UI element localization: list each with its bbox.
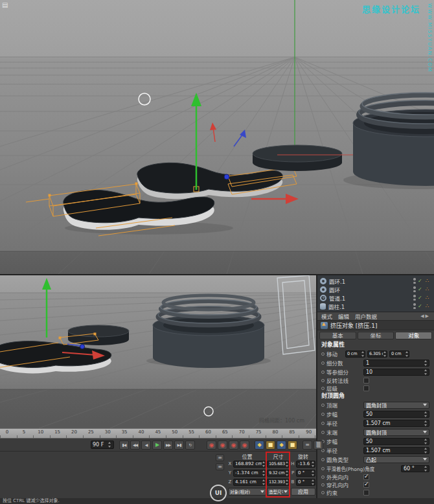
tab-object[interactable]: 对象 — [395, 332, 432, 339]
goto-end-button[interactable] — [174, 441, 184, 450]
coords-lock-icon[interactable]: ≡ — [216, 463, 224, 470]
move-x-field[interactable]: 0 cm — [345, 350, 365, 358]
goto-start-button[interactable] — [119, 441, 129, 450]
current-frame-field[interactable]: 90 F — [91, 441, 114, 449]
position-z-field[interactable]: 4.161 cm — [233, 479, 266, 486]
rotation-h-field[interactable]: -13.6 ° — [296, 461, 315, 468]
object-item-torus1[interactable]: 圆环.1 — [317, 277, 434, 285]
radius1-field[interactable]: 1.507 cm — [363, 420, 429, 427]
object-item-torus[interactable]: 圆环 — [317, 285, 434, 293]
visibility-dots-toggle[interactable] — [413, 278, 416, 284]
hull-inward-checkbox[interactable] — [363, 474, 369, 480]
keyframe-dot-icon[interactable] — [321, 422, 325, 425]
spinner-icon[interactable] — [361, 351, 364, 357]
spinner-icon[interactable] — [262, 479, 265, 485]
spinner-icon[interactable] — [424, 448, 428, 453]
position-mode-dropdown[interactable]: 对象(相对) — [228, 488, 266, 496]
record-scale-button[interactable] — [229, 441, 238, 450]
menu-user-data[interactable]: 用户数据 — [355, 312, 377, 320]
spinner-icon[interactable] — [424, 369, 428, 375]
cap-start-dropdown[interactable]: 圆角封顶 — [363, 402, 429, 409]
subdivision-field[interactable]: 1 — [363, 360, 429, 367]
spinner-icon[interactable] — [311, 461, 314, 467]
visibility-dots-toggle[interactable] — [413, 286, 416, 292]
play-button[interactable] — [152, 441, 162, 450]
keyframe-dot-icon[interactable] — [321, 491, 325, 494]
viewport-menu-icon[interactable] — [2, 1, 10, 9]
spinner-icon[interactable] — [424, 466, 428, 472]
coords-menu-icon[interactable]: ≡ — [216, 454, 224, 461]
spinner-icon[interactable] — [424, 439, 428, 444]
tab-basic[interactable]: 基本 — [319, 332, 356, 339]
points-tag-icon[interactable] — [426, 295, 431, 301]
object-item-cylinder[interactable]: 圆柱.1 — [317, 302, 434, 310]
prev-key-button[interactable] — [130, 441, 140, 450]
move-z-field[interactable]: 0 cm — [389, 350, 409, 358]
keyframe-dot-icon[interactable] — [321, 483, 325, 487]
spinner-icon[interactable] — [424, 411, 428, 417]
perspective-viewport-canvas[interactable] — [0, 0, 434, 274]
keyframe-dot-icon[interactable] — [321, 458, 325, 461]
points-tag-icon[interactable] — [426, 286, 431, 292]
record-position-button[interactable] — [218, 441, 227, 450]
apply-button[interactable]: 应用 — [291, 488, 315, 496]
visibility-dots-toggle[interactable] — [413, 295, 416, 301]
plane-wireframe-object[interactable] — [277, 275, 315, 354]
tab-coord[interactable]: 坐标 — [358, 332, 394, 339]
steps2-field[interactable]: 50 — [363, 438, 429, 445]
record-keyframe-button[interactable] — [207, 441, 216, 450]
enabled-check-icon[interactable] — [418, 278, 424, 284]
keyframe-scale-toggle[interactable] — [266, 441, 275, 450]
spinner-icon[interactable] — [262, 470, 265, 476]
autokey-toggle[interactable] — [288, 441, 297, 450]
points-tag-icon[interactable] — [426, 303, 431, 309]
visibility-dots-toggle[interactable] — [413, 303, 416, 309]
size-y-field[interactable]: 9.32 cm — [267, 470, 290, 477]
menu-mode[interactable]: 模式 — [321, 312, 332, 320]
spinner-icon[interactable] — [424, 420, 428, 426]
spinner-icon[interactable] — [285, 470, 288, 476]
menu-edit[interactable]: 编辑 — [338, 312, 349, 320]
keyframe-dot-icon[interactable] — [321, 387, 325, 390]
enabled-check-icon[interactable] — [418, 286, 424, 292]
position-y-field[interactable]: -1.374 cm — [233, 470, 266, 477]
rotation-p-field[interactable]: 0 ° — [296, 470, 315, 477]
size-z-field[interactable]: 132.393 cm — [267, 479, 290, 486]
loop-playback-button[interactable] — [185, 441, 195, 450]
playback-mode-button[interactable] — [303, 441, 312, 450]
iso-subdivision-field[interactable]: 10 — [363, 369, 429, 376]
secondary-viewport-canvas[interactable] — [0, 275, 316, 428]
points-tag-icon[interactable] — [426, 278, 431, 284]
perspective-viewport[interactable]: 思缘设计论坛 WWW.MISSYUAN.COM — [0, 0, 434, 274]
rotation-b-field[interactable]: 0 ° — [296, 479, 315, 486]
hierarchical-checkbox[interactable] — [363, 385, 369, 391]
prev-frame-button[interactable] — [141, 441, 151, 450]
keyframe-rotation-toggle[interactable] — [277, 441, 286, 450]
secondary-viewport[interactable]: 网格间距：100 cm — [0, 275, 316, 428]
flip-normals-checkbox[interactable] — [363, 378, 369, 384]
steps1-field[interactable]: 50 — [363, 411, 429, 418]
spinner-icon[interactable] — [424, 360, 428, 366]
keyframe-dot-icon[interactable] — [321, 467, 325, 470]
playback-options-button[interactable] — [314, 441, 323, 450]
record-rotation-button[interactable] — [240, 441, 249, 450]
spinner-icon[interactable] — [311, 479, 314, 485]
pot-object[interactable] — [153, 295, 264, 368]
keyframe-dot-icon[interactable] — [321, 431, 325, 434]
fillet-type-dropdown[interactable]: 凸起 — [363, 456, 429, 463]
spinner-icon[interactable] — [262, 461, 265, 467]
keyframe-dot-icon[interactable] — [321, 361, 325, 365]
keyframe-position-toggle[interactable] — [255, 441, 264, 450]
constrain-checkbox[interactable] — [363, 490, 369, 496]
enabled-check-icon[interactable] — [418, 303, 424, 309]
keyframe-dot-icon[interactable] — [321, 475, 325, 479]
keyframe-dot-icon[interactable] — [321, 352, 325, 356]
move-y-field[interactable]: 6.305 cm — [367, 350, 387, 358]
enabled-check-icon[interactable] — [418, 295, 424, 301]
keyframe-dot-icon[interactable] — [321, 371, 325, 374]
position-x-field[interactable]: 168.892 cm — [233, 461, 266, 468]
disc-object[interactable] — [253, 145, 342, 171]
spinner-icon[interactable] — [383, 351, 386, 357]
size-x-field[interactable]: 105.683 cm — [267, 461, 290, 468]
spinner-icon[interactable] — [311, 470, 314, 476]
